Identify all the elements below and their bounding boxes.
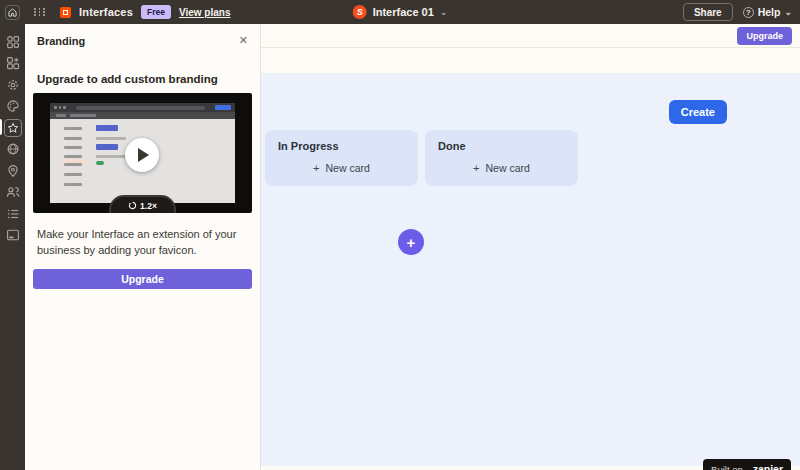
sidebar-item-footer[interactable] [0,225,25,247]
main-toolbar: Upgrade [261,24,800,48]
app-name: Interfaces [79,6,133,18]
interface-logo-icon: S [353,5,367,19]
sidebar-item-branding[interactable] [0,117,25,139]
playback-speed-pill: 1.2× 45 sec 38 sec [109,195,176,213]
sidebar-item-blocks[interactable] [0,31,25,53]
panel-description: Make your Interface an extension of your… [37,227,251,259]
interface-switcher[interactable]: S Interface 01 ⌄ [353,5,448,19]
users-icon [6,185,20,199]
new-card-button[interactable]: +New card [278,162,405,174]
zapier-logo: _zapier [747,463,783,470]
interface-title: Interface 01 [373,6,434,18]
panel-heading: Upgrade to add custom branding [25,55,260,85]
close-icon[interactable]: ✕ [239,34,248,47]
create-button[interactable]: Create [669,100,727,124]
footer-panel-icon [6,228,20,242]
column-title: In Progress [278,140,405,152]
new-card-label: New card [486,162,530,174]
interfaces-logo-icon [60,7,71,18]
sidebar-item-list[interactable] [0,203,25,225]
add-component-button[interactable]: + [398,229,424,255]
zapier-wordmark: zapier [753,463,783,470]
app-switcher-icon[interactable] [34,8,46,16]
sidebar-item-settings[interactable] [0,74,25,96]
help-label: Help [758,6,781,18]
share-button[interactable]: Share [683,3,733,21]
play-button[interactable] [125,138,159,172]
built-on-zapier-badge[interactable]: Built on _zapier [703,459,791,470]
globe-icon [6,142,20,156]
main-area: Upgrade Create In Progress +New card Don… [261,24,800,470]
blocks-icon [6,35,20,49]
reduced-duration: 38 sec [149,212,172,214]
help-menu[interactable]: ? Help ⌄ [743,6,792,18]
map-pin-icon [6,164,20,178]
sidebar-item-add-page[interactable] [0,53,25,75]
new-card-label: New card [326,162,370,174]
kanban-column-in-progress[interactable]: In Progress +New card [265,130,418,186]
plus-icon: + [313,162,319,174]
sidebar-item-location[interactable] [0,160,25,182]
sidebar-item-domain[interactable] [0,139,25,161]
toolbar-upgrade-button[interactable]: Upgrade [737,27,792,45]
left-icon-rail [0,24,25,470]
kanban-column-done[interactable]: Done +New card [425,130,578,186]
add-page-icon [6,56,20,70]
plan-badge: Free [141,5,171,19]
list-icon [6,207,20,221]
chevron-down-icon: ⌄ [440,10,448,14]
lightning-icon [139,212,146,214]
palette-icon [6,99,20,113]
gear-icon [6,78,20,92]
badge-prefix: Built on [711,464,743,470]
branding-panel: Branding ✕ Upgrade to add custom brandin… [25,24,261,470]
chevron-down-icon: ⌄ [784,10,792,14]
speed-label: 1.2× [140,201,157,211]
replay-icon [128,201,137,210]
plus-icon: + [473,162,479,174]
sidebar-item-theme[interactable] [0,96,25,118]
new-card-button[interactable]: +New card [438,162,565,174]
help-icon: ? [743,7,754,18]
play-icon [138,148,149,162]
home-button[interactable] [5,5,20,20]
top-header: Interfaces Free View plans S Interface 0… [0,0,800,24]
column-title: Done [438,140,565,152]
sidebar-item-users[interactable] [0,182,25,204]
original-duration: 45 sec [113,212,135,214]
view-plans-link[interactable]: View plans [179,7,231,18]
interface-canvas: Create In Progress +New card Done +New c… [261,73,800,466]
panel-title: Branding [37,35,85,47]
kanban-board: In Progress +New card Done +New card [265,130,578,186]
video-thumbnail[interactable]: 1.2× 45 sec 38 sec [33,93,252,213]
panel-upgrade-button[interactable]: Upgrade [33,269,252,289]
home-icon [8,8,17,17]
star-icon [7,122,19,134]
